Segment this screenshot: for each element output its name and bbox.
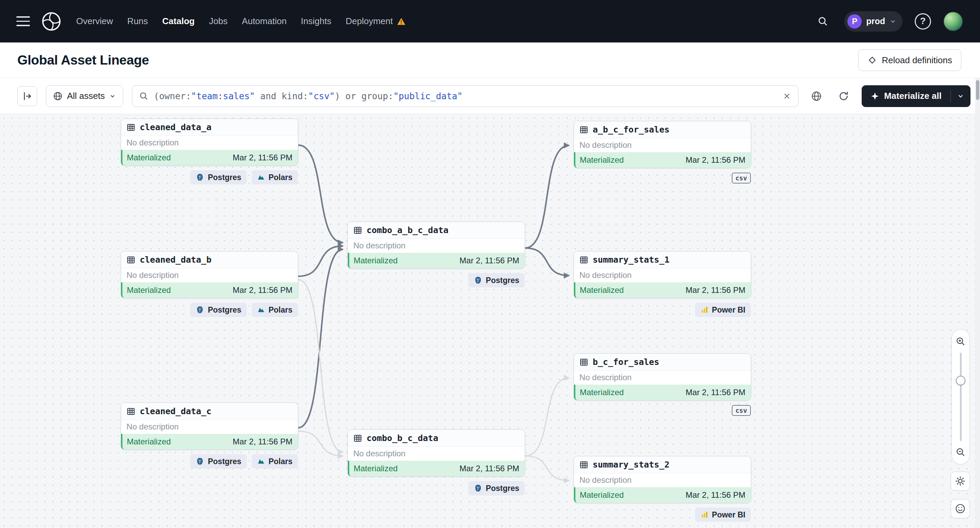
asset-node-b_c_for_sales[interactable]: b_c_for_salesNo descriptionMaterializedM… bbox=[574, 354, 751, 401]
asset-name: cleaned_data_c bbox=[140, 406, 212, 416]
nav-item-label: Overview bbox=[76, 16, 113, 27]
nav-item-overview[interactable]: Overview bbox=[76, 16, 113, 27]
nav-item-label: Runs bbox=[127, 16, 148, 27]
asset-node-header[interactable]: cleaned_data_a bbox=[121, 119, 298, 136]
refresh-icon bbox=[838, 91, 849, 101]
hamburger-menu-icon[interactable] bbox=[16, 16, 30, 26]
asset-status-row[interactable]: MaterializedMar 2, 11:56 PM bbox=[121, 150, 298, 165]
kind-tag-postgres[interactable]: Postgres bbox=[190, 454, 247, 469]
asset-node-header[interactable]: a_b_c_for_sales bbox=[574, 121, 751, 138]
materialized-time: Mar 2, 11:56 PM bbox=[686, 155, 745, 165]
nav-item-automation[interactable]: Automation bbox=[242, 16, 286, 27]
nav-item-runs[interactable]: Runs bbox=[127, 16, 148, 27]
asset-node-cleaned_data_c[interactable]: cleaned_data_cNo descriptionMaterialized… bbox=[121, 403, 298, 450]
asset-status-row[interactable]: MaterializedMar 2, 11:56 PM bbox=[121, 282, 298, 298]
asset-status-row[interactable]: MaterializedMar 2, 11:56 PM bbox=[574, 282, 751, 298]
view-options-button[interactable] bbox=[807, 87, 826, 105]
asset-description: No description bbox=[574, 138, 751, 152]
materialized-status: Materialized bbox=[354, 464, 398, 473]
help-button[interactable]: ? bbox=[915, 13, 931, 30]
asset-node-summary_stats_2[interactable]: summary_stats_2No descriptionMaterialize… bbox=[574, 456, 751, 503]
asset-description: No description bbox=[574, 473, 751, 487]
asset-node-combo_b_c_data[interactable]: combo_b_c_dataNo descriptionMaterialized… bbox=[347, 430, 525, 477]
kind-tag-postgres[interactable]: Postgres bbox=[190, 170, 247, 184]
kind-tag-polars[interactable]: Polars bbox=[251, 170, 298, 184]
query-segment: "public_data" bbox=[393, 91, 463, 101]
materialized-status: Materialized bbox=[354, 256, 398, 265]
nav-item-jobs[interactable]: Jobs bbox=[209, 16, 228, 27]
dagster-logo[interactable] bbox=[41, 11, 61, 31]
asset-name: summary_stats_1 bbox=[593, 255, 670, 265]
asset-node-cleaned_data_a[interactable]: cleaned_data_aNo descriptionMaterialized… bbox=[121, 119, 298, 166]
kind-tag-csv[interactable]: csv bbox=[732, 173, 751, 184]
user-avatar[interactable] bbox=[943, 11, 963, 31]
clear-search-button[interactable] bbox=[783, 92, 791, 101]
asset-description: No description bbox=[121, 136, 298, 150]
search-icon[interactable] bbox=[814, 12, 832, 30]
postgres-icon bbox=[196, 306, 204, 314]
vertical-scrollbar[interactable] bbox=[975, 78, 980, 528]
asset-node-header[interactable]: combo_a_b_c_data bbox=[348, 222, 525, 239]
lineage-canvas[interactable]: cleaned_data_aNo descriptionMaterialized… bbox=[0, 114, 980, 528]
asset-node-header[interactable]: b_c_for_sales bbox=[574, 354, 751, 371]
kind-tag-powerbi[interactable]: Power BI bbox=[695, 507, 751, 522]
kind-tag-postgres[interactable]: Postgres bbox=[190, 303, 247, 317]
asset-status-row[interactable]: MaterializedMar 2, 11:56 PM bbox=[348, 461, 525, 476]
asset-node-header[interactable]: cleaned_data_c bbox=[121, 403, 298, 420]
asset-status-row[interactable]: MaterializedMar 2, 11:56 PM bbox=[574, 152, 751, 168]
asset-node-header[interactable]: combo_b_c_data bbox=[348, 430, 525, 447]
asset-status-row[interactable]: MaterializedMar 2, 11:56 PM bbox=[348, 253, 525, 268]
asset-node-header[interactable]: summary_stats_1 bbox=[574, 251, 751, 268]
asset-description: No description bbox=[574, 371, 751, 385]
materialize-all-button[interactable]: Materialize all bbox=[862, 85, 950, 107]
nav-item-label: Jobs bbox=[209, 16, 228, 27]
lineage-edge-combo_a_b_c_data-to-summary_stats_1 bbox=[525, 248, 569, 276]
asset-node-a_b_c_for_sales[interactable]: a_b_c_for_salesNo descriptionMaterialize… bbox=[574, 121, 751, 168]
kind-tag-label: Polars bbox=[269, 306, 293, 315]
materialized-status: Materialized bbox=[580, 155, 624, 165]
kind-tag-csv[interactable]: csv bbox=[732, 405, 751, 416]
zoom-out-button[interactable] bbox=[954, 446, 967, 459]
scrollbar-thumb[interactable] bbox=[976, 80, 979, 100]
lineage-toolbar: All assets (owner:"team:sales" and kind:… bbox=[0, 78, 980, 114]
asset-tags: Power BI bbox=[695, 507, 751, 522]
asset-tags: Postgres bbox=[468, 481, 525, 495]
search-query[interactable]: (owner:"team:sales" and kind:"csv") or g… bbox=[154, 91, 777, 101]
gear-icon bbox=[955, 476, 966, 487]
materialize-options-button[interactable] bbox=[951, 85, 970, 107]
asset-tags: csv bbox=[732, 405, 751, 416]
asset-status-row[interactable]: MaterializedMar 2, 11:56 PM bbox=[574, 385, 751, 400]
deployment-switcher[interactable]: P prod bbox=[844, 11, 902, 32]
nav-item-deployment[interactable]: Deployment bbox=[345, 16, 406, 27]
asset-node-combo_a_b_c_data[interactable]: combo_a_b_c_dataNo descriptionMaterializ… bbox=[347, 222, 525, 269]
zoom-in-button[interactable] bbox=[954, 335, 967, 348]
table-icon bbox=[579, 255, 588, 264]
nav-item-catalog[interactable]: Catalog bbox=[162, 16, 194, 27]
kind-tag-polars[interactable]: Polars bbox=[251, 454, 298, 469]
kind-tag-polars[interactable]: Polars bbox=[251, 303, 298, 317]
kind-tag-postgres[interactable]: Postgres bbox=[468, 273, 525, 287]
nav-item-insights[interactable]: Insights bbox=[301, 16, 331, 27]
asset-status-row[interactable]: MaterializedMar 2, 11:56 PM bbox=[121, 434, 298, 450]
asset-search-input[interactable]: (owner:"team:sales" and kind:"csv") or g… bbox=[132, 85, 799, 107]
asset-description: No description bbox=[121, 268, 298, 282]
feedback-button[interactable] bbox=[951, 499, 970, 518]
asset-node-cleaned_data_b[interactable]: cleaned_data_bNo descriptionMaterialized… bbox=[121, 251, 298, 298]
kind-tag-postgres[interactable]: Postgres bbox=[468, 481, 525, 495]
reload-definitions-button[interactable]: Reload definitions bbox=[858, 49, 961, 71]
lineage-edge-combo_b_c_data-to-summary_stats_2 bbox=[525, 456, 569, 480]
kind-tag-label: Postgres bbox=[208, 173, 241, 182]
zoom-slider[interactable] bbox=[960, 353, 962, 441]
refresh-button[interactable] bbox=[834, 87, 853, 105]
asset-node-header[interactable]: cleaned_data_b bbox=[121, 251, 298, 268]
graph-settings-button[interactable] bbox=[951, 472, 970, 491]
asset-node-summary_stats_1[interactable]: summary_stats_1No descriptionMaterialize… bbox=[574, 251, 751, 298]
zoom-controls bbox=[951, 329, 970, 465]
asset-filter-dropdown[interactable]: All assets bbox=[46, 85, 123, 107]
materialized-time: Mar 2, 11:56 PM bbox=[232, 153, 293, 162]
kind-tag-powerbi[interactable]: Power BI bbox=[695, 303, 751, 317]
open-sidebar-button[interactable] bbox=[18, 86, 37, 106]
asset-node-header[interactable]: summary_stats_2 bbox=[574, 456, 751, 473]
asset-status-row[interactable]: MaterializedMar 2, 11:56 PM bbox=[574, 487, 751, 503]
zoom-slider-handle[interactable] bbox=[956, 376, 966, 385]
